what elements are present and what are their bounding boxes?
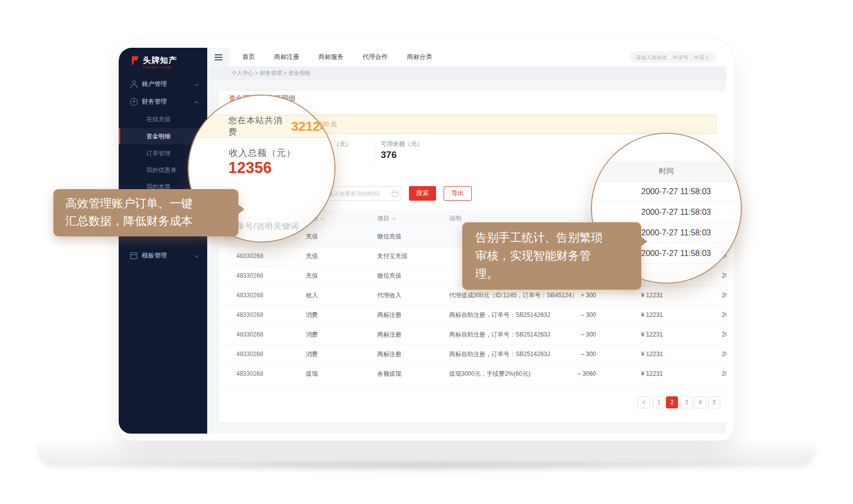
sidebar-item-label: 账户管理 [142,76,167,92]
header-project[interactable]: 项目 [377,210,394,227]
magnified-order-header: 订单号/说明关键词 [228,221,299,232]
sidebar-item-account[interactable]: 账户管理 [119,76,207,92]
pagination-page-2-active[interactable]: 2 [666,396,678,408]
chevron-down-icon [321,216,324,220]
top-navbar: 首页 商标注册 商标服务 代理合作 商标分类 [207,48,726,66]
brand-flag-icon [130,55,140,65]
table-row: 48330268消费 商标注册商标自助注册，订单号：SB2514263J – 3… [219,305,726,325]
table-row: 48330268提现 余额提现提现3000元，手续费2%(60元) – 3060… [219,364,726,384]
sidebar: 头牌知产 TOUPAI.COM 账户管理 ¥ 财务管理 在线充值 资金明细 [119,48,207,434]
sidebar-item-label: 模板管理 [142,247,167,264]
chevron-down-icon [195,254,199,258]
sidebar-item-template[interactable]: 模板管理 [119,247,207,264]
available-balance-value: 376 [381,149,397,160]
laptop-base [39,442,814,463]
magnified-consumption-banner: 您在本站共消费 32124 大 [189,115,334,138]
person-icon [130,80,137,88]
income-total-value: 12356 [228,159,272,177]
pagination-page-1[interactable]: 1 [653,396,665,408]
laptop-base-shadow [70,461,783,472]
trademark-search-input[interactable] [630,51,716,63]
brand-name: 头牌知产 [143,55,177,65]
magnified-time-cell: 2000-7-27 11:58:03 [592,181,741,202]
tooltip-right-callout: 告别手工统计、告别繁琐 审核，实现智能财务管 理。 [462,222,641,290]
search-button[interactable]: 搜索 [409,186,436,201]
spend-total-label: （元） [333,140,352,148]
table-row: 48330268消费 商标注册商标自助注册，订单号：SB2514263J – 3… [219,325,726,345]
magnified-time-header: 时间 [592,161,741,182]
banner-prefix: 您在本站共消费 [228,115,288,138]
template-icon [130,253,137,259]
nav-menu: 首页 商标注册 商标服务 代理合作 商标分类 [242,48,432,66]
nav-item-home[interactable]: 首页 [242,53,255,61]
table-row: 48330268消费 商标注册商标自助注册，订单号：SB2514263J – 3… [219,345,726,365]
calendar-icon[interactable] [392,191,398,197]
header-desc: 说明 [449,210,461,227]
nav-item-agent-cooperation[interactable]: 代理合作 [363,53,388,61]
stage: 头牌知产 TOUPAI.COM 账户管理 ¥ 财务管理 在线充值 资金明细 [0,0,853,504]
nav-item-trademark-register[interactable]: 商标注册 [274,53,299,61]
date-query-input[interactable] [322,186,401,201]
export-button[interactable]: 导出 [444,186,472,201]
hamburger-menu-icon[interactable] [207,48,230,66]
pagination-page-3[interactable]: 3 [680,396,693,408]
magnified-time-cell: 2000-7-27 11:58:03 [592,202,741,222]
tooltip-left-callout: 高效管理账户订单、一键 汇总数据，降低财务成本 [53,189,238,236]
chevron-up-icon [195,101,199,105]
breadcrumb: 个人中心 > 财务管理 > 资金明细 [207,66,726,80]
available-balance-label: 可用余额（元） [381,140,423,148]
nav-item-trademark-service[interactable]: 商标服务 [318,53,344,61]
income-total-label: 收入总额（元） [229,147,296,159]
chevron-down-icon [195,82,199,86]
sidebar-item-label: 财务管理 [142,94,167,110]
pagination-prev-button[interactable]: < [638,396,650,408]
finance-icon: ¥ [130,98,138,106]
stat-divider [375,141,375,164]
sidebar-item-finance[interactable]: ¥ 财务管理 [119,94,207,110]
pagination-page-4[interactable]: 4 [694,396,706,408]
sidebar-item-online-recharge[interactable]: 在线充值 [119,111,207,127]
chevron-down-icon [392,216,396,220]
banner-unit: 元 [330,121,336,128]
pagination-page-5[interactable]: 5 [708,396,720,408]
brand-tagline: TOUPAI.COM [143,66,177,69]
nav-item-trademark-category[interactable]: 商标分类 [407,53,432,61]
brand-logo[interactable]: 头牌知产 TOUPAI.COM [130,55,177,69]
